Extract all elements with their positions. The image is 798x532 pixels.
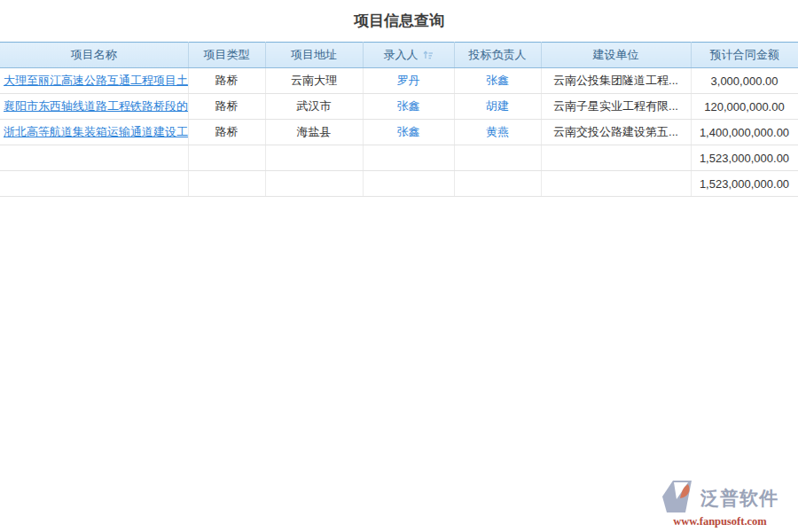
col-header-entry-person[interactable]: 录入人 xyxy=(363,43,454,68)
page-title: 项目信息查询 xyxy=(0,0,798,42)
table-row: 襄阳市东西轴线道路工程铁路桥段的 路桥 武汉市 张鑫 胡建 云南子星实业工程有限… xyxy=(0,94,798,120)
col-header-entry-person-label: 录入人 xyxy=(384,48,419,61)
project-name-cell: 大理至丽江高速公路互通工程项目土 xyxy=(0,68,188,94)
construction-unit-cell: 云南交投公路建设第五... xyxy=(541,120,691,145)
entry-person-link[interactable]: 张鑫 xyxy=(397,125,420,138)
col-header-bid-manager[interactable]: 投标负责人 xyxy=(454,43,541,68)
estimated-amount-cell: 1,400,000,000.00 xyxy=(691,120,798,145)
project-name-link[interactable]: 襄阳市东西轴线道路工程铁路桥段的 xyxy=(4,99,188,113)
fanpu-logo-icon xyxy=(661,480,697,517)
estimated-amount-cell: 120,000,000.00 xyxy=(691,94,798,120)
project-type-cell: 路桥 xyxy=(188,94,265,120)
entry-person-link[interactable]: 罗丹 xyxy=(397,74,420,87)
entry-person-cell xyxy=(363,171,454,197)
bid-manager-cell: 黄燕 xyxy=(454,120,541,145)
project-address-cell: 海盐县 xyxy=(265,120,363,145)
project-name-link[interactable]: 浙北高等航道集装箱运输通道建设工 xyxy=(4,125,188,138)
project-name-cell: 浙北高等航道集装箱运输通道建设工 xyxy=(0,120,188,145)
vendor-url[interactable]: www.fanpusoft.com xyxy=(649,515,791,528)
entry-person-cell: 张鑫 xyxy=(363,120,454,145)
entry-person-link[interactable]: 张鑫 xyxy=(397,99,420,113)
project-address-cell xyxy=(265,171,363,197)
vendor-watermark: 泛普软件 www.fanpusoft.com xyxy=(649,480,791,528)
sort-ascending-icon[interactable] xyxy=(423,50,434,63)
bid-manager-link[interactable]: 胡建 xyxy=(486,99,509,113)
project-name-cell xyxy=(0,145,188,171)
construction-unit-cell: 云南子星实业工程有限... xyxy=(541,94,691,120)
entry-person-cell xyxy=(363,145,454,171)
bid-manager-link[interactable]: 张鑫 xyxy=(486,74,509,87)
project-name-link[interactable]: 大理至丽江高速公路互通工程项目土 xyxy=(4,74,188,87)
subtotal-amount-cell: 1,523,000,000.00 xyxy=(691,145,798,171)
project-type-cell xyxy=(188,145,265,171)
project-type-cell xyxy=(188,171,265,197)
project-name-cell xyxy=(0,171,188,197)
construction-unit-cell xyxy=(541,145,691,171)
bid-manager-cell xyxy=(454,145,541,171)
col-header-project-name[interactable]: 项目名称 xyxy=(0,43,188,68)
bid-manager-link[interactable]: 黄燕 xyxy=(486,125,509,138)
col-header-estimated-amount[interactable]: 预计合同金额 xyxy=(691,43,798,68)
construction-unit-cell xyxy=(541,171,691,197)
table-row: 浙北高等航道集装箱运输通道建设工 路桥 海盐县 张鑫 黄燕 云南交投公路建设第五… xyxy=(0,120,798,145)
project-address-cell xyxy=(265,145,363,171)
construction-unit-cell: 云南公投集团隧道工程... xyxy=(541,68,691,94)
project-info-table: 项目名称 项目类型 项目地址 录入人 投标负责人 建设单位 预计合同金额 大理至… xyxy=(0,42,798,197)
total-amount-cell: 1,523,000,000.00 xyxy=(691,171,798,197)
vendor-name: 泛普软件 xyxy=(700,486,778,511)
project-type-cell: 路桥 xyxy=(188,120,265,145)
table-header-row: 项目名称 项目类型 项目地址 录入人 投标负责人 建设单位 预计合同金额 xyxy=(0,43,798,68)
entry-person-cell: 张鑫 xyxy=(363,94,454,120)
entry-person-cell: 罗丹 xyxy=(363,68,454,94)
project-address-cell: 武汉市 xyxy=(265,94,363,120)
bid-manager-cell xyxy=(454,171,541,197)
project-type-cell: 路桥 xyxy=(188,68,265,94)
table-row: 1,523,000,000.00 xyxy=(0,145,798,171)
col-header-construction-unit[interactable]: 建设单位 xyxy=(541,43,691,68)
col-header-project-address[interactable]: 项目地址 xyxy=(265,43,363,68)
bid-manager-cell: 张鑫 xyxy=(454,68,541,94)
project-name-cell: 襄阳市东西轴线道路工程铁路桥段的 xyxy=(0,94,188,120)
col-header-project-type[interactable]: 项目类型 xyxy=(188,43,265,68)
table-row: 1,523,000,000.00 xyxy=(0,171,798,197)
table-row: 大理至丽江高速公路互通工程项目土 路桥 云南大理 罗丹 张鑫 云南公投集团隧道工… xyxy=(0,68,798,94)
bid-manager-cell: 胡建 xyxy=(454,94,541,120)
project-address-cell: 云南大理 xyxy=(265,68,363,94)
estimated-amount-cell: 3,000,000.00 xyxy=(691,68,798,94)
